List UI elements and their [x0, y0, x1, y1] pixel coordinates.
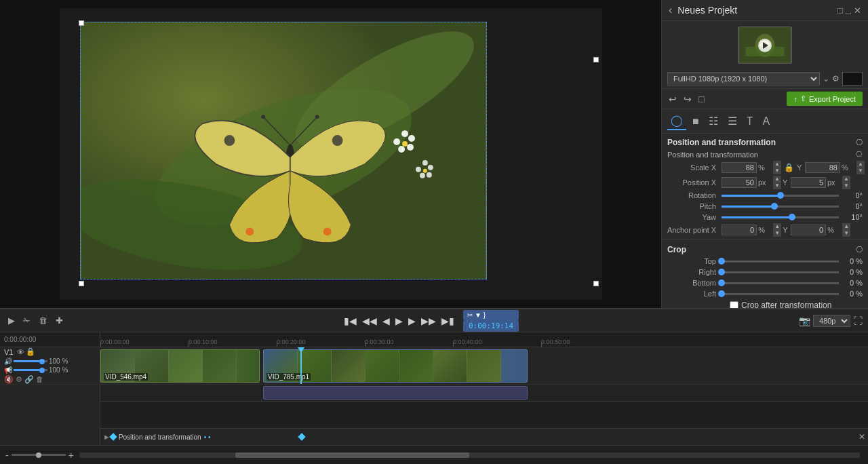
pitch-slider[interactable]	[722, 206, 839, 208]
pb-end-button[interactable]: ▶▮	[439, 314, 456, 328]
lock-scale-button[interactable]: 🔒	[783, 163, 795, 172]
pb-play-button[interactable]: ▶	[393, 314, 405, 328]
crop-left-thumb[interactable]	[718, 290, 725, 297]
pos-x-down[interactable]: ▼	[773, 182, 781, 189]
pos-transform-expand2[interactable]: ⎔	[856, 150, 863, 159]
zoom-thumb[interactable]	[36, 452, 41, 458]
panel-back-button[interactable]: ‹	[669, 4, 672, 16]
crop-top-slider[interactable]	[722, 260, 839, 263]
scale-x-down[interactable]: ▼	[773, 168, 781, 174]
scale-y-input[interactable]	[805, 162, 840, 173]
zoom-out-button[interactable]: -	[5, 450, 9, 461]
crop-bottom-slider[interactable]	[722, 282, 839, 284]
copy-button[interactable]: □	[697, 92, 705, 106]
fullscreen-button[interactable]: ⛶	[853, 315, 863, 326]
scale-x-up[interactable]: ▲	[773, 161, 781, 168]
pb-start-button[interactable]: ▮◀	[342, 314, 359, 328]
tab-text[interactable]: T	[743, 112, 757, 130]
pb-prev-frame-button[interactable]: ◀◀	[360, 314, 379, 328]
pos-y-unit: px	[827, 178, 841, 187]
crop-expand-icon[interactable]: ⎔	[856, 245, 863, 254]
clip-landscape[interactable]: VID_546.mp4	[100, 349, 260, 383]
close-icon[interactable]: ✕	[854, 5, 861, 16]
pin-icon[interactable]: ⎵	[846, 5, 851, 16]
pos-y-input[interactable]	[791, 177, 826, 188]
anchor-x-down[interactable]: ▼	[773, 230, 781, 237]
anchor-y-up[interactable]: ▲	[842, 223, 850, 230]
track-mute-icon[interactable]: 🔇	[4, 375, 14, 384]
timeline-scrollbar[interactable]	[79, 452, 860, 458]
tab-grid[interactable]: ☷	[705, 112, 722, 130]
pos-x-up[interactable]: ▲	[773, 176, 781, 182]
resolution-select[interactable]: FullHD 1080p (1920 x 1080)	[667, 72, 820, 85]
track-vol2-slider[interactable]	[14, 369, 47, 371]
clip-butterfly[interactable]: VID_785.mp1	[263, 349, 528, 383]
scrollbar-thumb[interactable]	[235, 452, 469, 458]
track-lock-button[interactable]: 🔒	[26, 347, 35, 356]
kf-close-button[interactable]: ✕	[859, 432, 865, 442]
tab-clock[interactable]: ◯	[667, 112, 686, 130]
scale-y-up[interactable]: ▲	[856, 161, 865, 168]
color-box[interactable]	[842, 72, 863, 85]
pos-x-input[interactable]	[722, 177, 757, 188]
track-eye-button[interactable]: 👁	[17, 347, 24, 356]
crop-left-slider[interactable]	[722, 293, 839, 295]
handle-br[interactable]	[593, 281, 599, 286]
pos-y-down[interactable]: ▼	[842, 182, 850, 189]
track-link-icon[interactable]: 🔗	[24, 375, 34, 384]
camera-button[interactable]: 📷	[799, 315, 810, 326]
tl-cut-tool[interactable]: ✁	[20, 314, 33, 327]
crop-right-thumb[interactable]	[718, 269, 725, 275]
ruler-mark-3: 0:00:30:00	[365, 339, 394, 345]
scale-row: Scale X % ▲▼ 🔒 Y % ▲▼	[662, 160, 868, 175]
pb-next-button[interactable]: ▶	[406, 314, 418, 328]
crop-right-slider[interactable]	[722, 271, 839, 273]
preview-image[interactable]	[80, 22, 487, 279]
new-window-icon[interactable]: □	[837, 5, 843, 16]
tab-sliders[interactable]: ☰	[724, 112, 741, 130]
kf-dots[interactable]: • •	[204, 433, 211, 441]
pb-next-frame-button[interactable]: ▶▶	[419, 314, 438, 328]
handle-tl[interactable]	[79, 20, 84, 26]
rotation-slider[interactable]	[722, 195, 839, 197]
zoom-in-button[interactable]: +	[68, 450, 74, 461]
handle-bl[interactable]	[79, 281, 84, 286]
anchor-x-input[interactable]	[722, 225, 757, 235]
pb-prev-button[interactable]: ◀	[380, 314, 392, 328]
tl-select-tool[interactable]: ▶	[5, 314, 18, 327]
crop-top-thumb[interactable]	[718, 258, 725, 265]
undo-button[interactable]: ↩	[667, 92, 678, 106]
anchor-x-up[interactable]: ▲	[773, 223, 781, 230]
crop-after-checkbox[interactable]	[730, 301, 738, 309]
handle-tr[interactable]	[593, 57, 599, 62]
anchor-y-input[interactable]	[791, 225, 826, 235]
tl-add-tool[interactable]: ✚	[53, 314, 66, 327]
playhead[interactable]	[300, 347, 302, 384]
tab-crop[interactable]: ■	[689, 112, 703, 130]
zoom-slider[interactable]	[12, 454, 66, 456]
track-vol2-thumb[interactable]	[39, 368, 45, 373]
quality-select[interactable]: 480p	[813, 315, 850, 327]
thumbnail-play-button[interactable]	[758, 39, 772, 52]
pos-transform-expand-icon[interactable]: ⎔	[856, 138, 863, 147]
audio-clip[interactable]	[263, 386, 528, 400]
pos-y-up[interactable]: ▲	[842, 176, 850, 182]
pitch-thumb[interactable]	[771, 203, 778, 210]
track-vol1-slider[interactable]	[14, 360, 47, 362]
tab-more[interactable]: A	[759, 112, 773, 130]
track-settings-icon[interactable]: ⚙	[16, 375, 22, 384]
yaw-thumb[interactable]	[789, 214, 795, 220]
track-vol1-thumb[interactable]	[39, 359, 45, 364]
export-button[interactable]: ⇧ Export Project	[787, 92, 863, 106]
scale-y-down[interactable]: ▼	[856, 168, 865, 174]
track-delete-icon[interactable]: 🗑	[36, 375, 43, 384]
yaw-slider[interactable]	[722, 216, 839, 218]
rotation-thumb[interactable]	[777, 192, 784, 199]
anchor-y-down[interactable]: ▼	[842, 230, 850, 237]
tl-delete-tool[interactable]: 🗑	[36, 314, 50, 327]
settings-icon[interactable]: ⚙	[832, 74, 840, 83]
crop-bottom-thumb[interactable]	[718, 279, 725, 286]
scale-x-input[interactable]	[722, 162, 757, 173]
project-thumbnail[interactable]	[738, 26, 792, 64]
redo-button[interactable]: ↪	[682, 92, 693, 106]
